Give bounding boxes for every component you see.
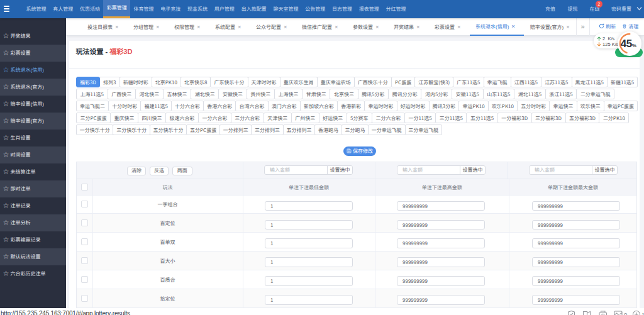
svg-text:0: 0 bbox=[624, 311, 627, 315]
svg-text:1: 1 bbox=[641, 311, 644, 315]
